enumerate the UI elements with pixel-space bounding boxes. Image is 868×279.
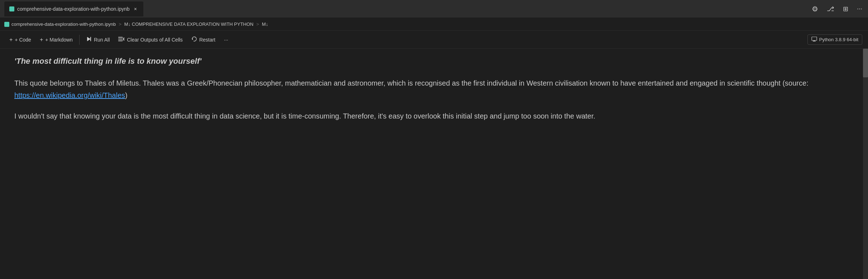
add-markdown-label: + Markdown [45, 37, 73, 43]
cell-quote-text: 'The most difficult thing in life is to … [14, 56, 854, 67]
clear-outputs-button[interactable]: Clear Outputs of All Cells [115, 34, 186, 45]
run-all-icon [86, 36, 92, 43]
active-tab[interactable]: comprehensive-data-exploration-with-pyth… [4, 1, 143, 16]
svg-rect-4 [118, 40, 123, 41]
restart-icon [191, 36, 197, 43]
add-code-button[interactable]: + + Code [6, 34, 35, 45]
breadcrumb-file-icon [4, 22, 9, 27]
breadcrumb-section[interactable]: M↓ COMPREHENSIVE DATA EXPLORATION WITH P… [124, 21, 253, 27]
svg-marker-0 [87, 37, 91, 41]
toolbar-right: Python 3.8.9 64-bit [807, 34, 862, 45]
tab-title: comprehensive-data-exploration-with-pyth… [17, 6, 130, 12]
scrollbar-track[interactable] [863, 49, 868, 279]
cell-output: 'The most difficult thing in life is to … [14, 49, 854, 138]
toolbar-separator-1 [79, 35, 80, 45]
wikipedia-link[interactable]: https://en.wikipedia.org/wiki/Thales [14, 91, 125, 99]
breadcrumb: comprehensive-data-exploration-with-pyth… [0, 18, 868, 31]
restart-button[interactable]: Restart [188, 34, 219, 45]
run-all-button[interactable]: Run All [82, 34, 113, 45]
restart-label: Restart [199, 37, 215, 43]
breadcrumb-sep-1: > [119, 21, 121, 27]
branch-icon[interactable]: ⎇ [825, 4, 836, 14]
clear-outputs-icon [118, 36, 125, 43]
add-markdown-icon: + [40, 37, 43, 43]
scrollbar-thumb[interactable] [863, 49, 868, 77]
add-code-icon: + [9, 37, 13, 43]
tab-bar: comprehensive-data-exploration-with-pyth… [0, 0, 868, 18]
breadcrumb-file[interactable]: comprehensive-data-exploration-with-pyth… [11, 21, 116, 27]
kernel-icon [811, 36, 817, 43]
svg-rect-8 [812, 37, 817, 40]
more-toolbar-button[interactable]: ··· [220, 35, 232, 45]
notebook-tab-icon [9, 6, 14, 11]
settings-icon[interactable]: ⚙ [810, 3, 820, 15]
split-editor-icon[interactable]: ⊞ [841, 4, 850, 14]
breadcrumb-subsection[interactable]: M↓ [262, 21, 268, 27]
svg-rect-2 [118, 37, 123, 38]
more-actions-icon[interactable]: ··· [855, 4, 864, 14]
cell-paragraph-2: I wouldn't say that knowing your data is… [14, 110, 854, 122]
notebook-toolbar: + + Code + + Markdown Run All Clear Outp… [0, 31, 868, 49]
paragraph-1-prefix: This quote belongs to Thales of Miletus.… [14, 79, 809, 87]
tab-actions: ⚙ ⎇ ⊞ ··· [810, 3, 864, 15]
more-toolbar-icon: ··· [224, 37, 228, 43]
tab-list: comprehensive-data-exploration-with-pyth… [4, 1, 143, 16]
kernel-selector-button[interactable]: Python 3.8.9 64-bit [807, 34, 862, 45]
svg-marker-7 [192, 38, 193, 40]
clear-outputs-label: Clear Outputs of All Cells [127, 37, 183, 43]
svg-rect-3 [118, 39, 123, 39]
kernel-label: Python 3.8.9 64-bit [819, 37, 858, 42]
paragraph-1-suffix: ) [125, 91, 128, 99]
svg-rect-1 [90, 37, 91, 41]
run-all-label: Run All [94, 37, 110, 43]
tab-close-button[interactable]: × [133, 6, 138, 12]
notebook-content: 'The most difficult thing in life is to … [0, 49, 868, 279]
cell-paragraph-1: This quote belongs to Thales of Miletus.… [14, 77, 854, 101]
add-code-label: + Code [15, 37, 31, 43]
add-markdown-button[interactable]: + + Markdown [36, 34, 76, 45]
breadcrumb-sep-2: > [256, 21, 259, 27]
svg-rect-10 [814, 40, 815, 41]
